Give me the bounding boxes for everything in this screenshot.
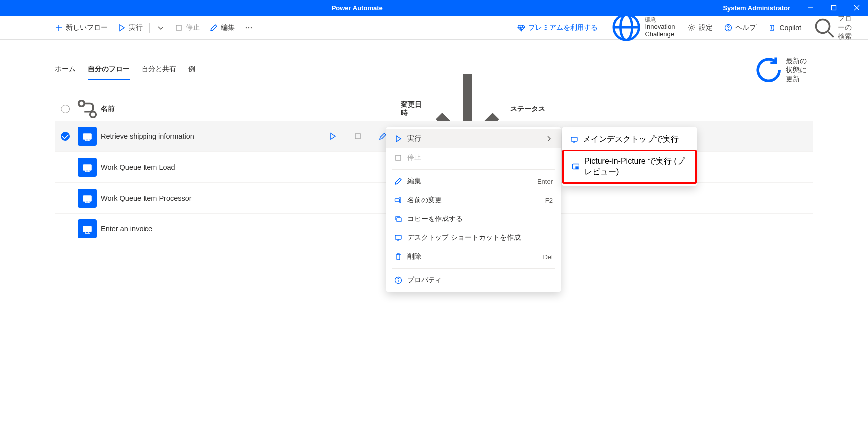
flow-icon [78,219,97,238]
help-button[interactable]: ヘルプ [720,20,761,35]
search-icon [813,17,835,38]
svg-rect-1 [832,6,836,10]
plus-icon [55,24,63,32]
svg-point-52 [398,278,398,279]
header-status[interactable]: ステータス [510,105,813,113]
menu-delete[interactable]: 削除 Del [386,247,561,266]
environment-picker[interactable]: 環境 Innovation Challenge [605,10,681,45]
svg-rect-57 [576,167,578,169]
info-icon [394,276,402,284]
svg-rect-32 [83,196,91,201]
menu-desktop-shortcut[interactable]: デスクトップ ショートカットを作成 [386,228,561,247]
run-dropdown-button[interactable] [152,21,170,35]
env-label: 環境 [645,17,675,23]
menu-stop: 停止 [386,148,561,167]
new-flow-label: 新しいフロー [66,23,108,32]
menu-run[interactable]: 実行 [386,129,561,148]
flow-name: Enter an invoice [101,225,152,233]
flow-icon [78,127,97,146]
header-name[interactable]: 名前 [99,105,401,113]
svg-point-17 [816,19,829,33]
menu-properties[interactable]: プロパティ [386,271,561,290]
globe-icon [611,12,642,43]
search-placeholder: フローの検索 [838,14,858,41]
chevron-down-icon [157,24,165,32]
more-button[interactable] [240,21,258,35]
toolbar: 新しいフロー 実行 停止 編集 プレミアムを利用する 環境 Innovation… [0,16,868,40]
copy-icon [394,215,402,223]
svg-rect-46 [397,218,401,222]
svg-point-9 [248,27,249,28]
stop-icon [394,154,402,162]
pencil-icon [210,24,218,32]
flow-icon [78,158,97,177]
flow-name: Work Queue Item Load [101,163,175,171]
svg-marker-26 [331,133,335,139]
svg-point-10 [251,27,252,28]
svg-point-20 [90,112,96,118]
menu-copy[interactable]: コピーを作成する [386,210,561,228]
svg-rect-53 [571,137,577,141]
flow-name: Work Queue Item Processor [101,194,192,202]
settings-label: 設定 [699,23,713,32]
pip-icon [572,163,579,171]
edit-label: 編集 [221,23,235,32]
play-icon [118,24,126,32]
svg-rect-47 [395,235,401,239]
svg-marker-40 [396,136,401,142]
row-run-icon[interactable] [329,132,337,140]
svg-rect-41 [396,155,401,160]
menu-rename[interactable]: 名前の変更 F2 [386,191,561,210]
svg-rect-7 [176,25,181,30]
context-menu: 実行 停止 編集 Enter 名前の変更 F2 コピーを作成する デスクトップ … [386,127,561,292]
rename-icon [394,196,402,204]
select-all-checkbox[interactable] [61,105,70,113]
stop-icon [175,24,183,32]
row-edit-icon[interactable] [379,132,387,140]
new-flow-button[interactable]: 新しいフロー [50,20,113,35]
svg-point-14 [691,26,693,29]
svg-point-8 [246,27,247,28]
tab-shared[interactable]: 自分と共有 [142,61,176,80]
play-icon [394,135,402,143]
svg-point-16 [728,29,729,30]
submenu-picture-in-picture[interactable]: Picture-in-Picture で実行 (プレビュー) [562,150,697,184]
tab-home[interactable]: ホーム [55,61,76,80]
flow-header-icon [76,98,99,120]
svg-rect-36 [83,226,91,232]
run-button[interactable]: 実行 [113,20,147,35]
menu-divider [392,169,555,170]
diamond-icon [517,24,525,32]
svg-point-19 [79,101,85,107]
tab-examples[interactable]: 例 [188,61,195,80]
flow-icon [78,189,97,208]
copilot-label: Copilot [779,24,801,32]
pencil-icon [394,177,402,185]
help-icon [724,24,732,32]
refresh-button[interactable]: 最新の状態に更新 [754,56,813,84]
settings-button[interactable]: 設定 [683,20,718,35]
svg-rect-27 [355,134,360,139]
edit-button[interactable]: 編集 [205,20,240,35]
table-header: 名前 変更日時 ステータス [55,97,813,121]
search-box[interactable]: フローの検索 [808,11,863,44]
more-icon [245,24,253,32]
chevron-right-icon [545,135,553,143]
row-checkbox[interactable] [61,132,70,141]
flow-name: Retrieve shipping information [101,132,194,140]
env-name: Innovation Challenge [645,23,675,38]
gear-icon [688,24,696,32]
submenu-main-desktop[interactable]: メインデスクトップで実行 [562,129,697,150]
premium-label: プレミアムを利用する [528,23,598,32]
help-label: ヘルプ [735,23,756,32]
svg-marker-6 [120,25,124,31]
desktop-icon [394,234,402,242]
premium-button[interactable]: プレミアムを利用する [512,20,603,35]
refresh-icon [754,56,783,84]
run-label: 実行 [129,23,143,32]
tab-my-flows[interactable]: 自分のフロー [88,61,130,80]
svg-rect-28 [83,165,91,170]
copilot-button[interactable]: Copilot [763,21,806,35]
desktop-icon [570,136,578,144]
menu-edit[interactable]: 編集 Enter [386,172,561,191]
